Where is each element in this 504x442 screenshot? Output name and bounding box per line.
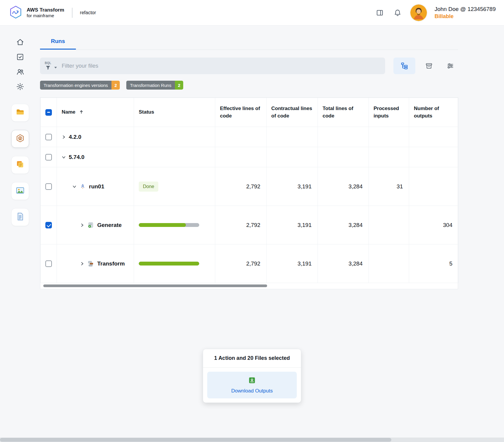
filter-language-selector[interactable]: BQL	[45, 61, 51, 71]
brand-divider	[72, 8, 72, 18]
transform-stack-icon	[87, 260, 94, 267]
row-checkbox[interactable]	[45, 260, 52, 267]
table-row-version-420: 4.2.0	[41, 127, 459, 147]
selection-action-panel: 1 Action and 20 Files selected Download …	[203, 349, 301, 403]
filter-chip-transformation-runs[interactable]: Transformation Runs 2	[126, 81, 183, 90]
tasks-checklist-icon[interactable]	[15, 52, 25, 62]
sliders-icon	[446, 62, 454, 70]
folder-icon	[16, 108, 25, 118]
filter-files-input[interactable]	[62, 63, 380, 69]
sidebar-app-files-folder[interactable]	[11, 104, 29, 122]
column-header-contractual: Contractual lines of code	[267, 98, 318, 127]
tree-view-button[interactable]	[393, 58, 415, 74]
progress-bar	[139, 262, 199, 265]
chevron-right-icon[interactable]	[80, 262, 84, 266]
table-row-version-5740: 5.74.0	[41, 147, 459, 167]
table-header-row: Name Status Effective lines of code Cont…	[41, 98, 459, 127]
document-icon	[16, 212, 25, 222]
download-outputs-button[interactable]: Download Outputs	[207, 372, 297, 398]
image-icon	[16, 186, 25, 196]
engine-hexagon-icon	[16, 134, 25, 144]
version-name: 5.74.0	[69, 154, 84, 160]
aws-transform-logo-icon	[9, 5, 23, 20]
home-icon[interactable]	[15, 37, 25, 47]
sidebar-app-assets[interactable]	[11, 182, 29, 200]
page-scrollbar-thumb[interactable]	[0, 438, 391, 442]
sidebar	[0, 26, 40, 289]
table-row-generate: Generate 2,792 3,191 3,284 304	[41, 206, 459, 244]
run-name: run01	[89, 183, 104, 190]
column-header-name: Name	[57, 98, 134, 127]
chevron-down-icon[interactable]	[62, 155, 66, 159]
generate-gear-icon	[87, 222, 94, 229]
user-avatar[interactable]	[410, 4, 427, 21]
tab-strip: Runs	[40, 36, 458, 50]
docs-panel-icon[interactable]	[375, 8, 385, 18]
user-name: John Doe @ 123456789	[435, 5, 496, 13]
app-subtitle: for mainframe	[27, 13, 64, 19]
chevron-right-icon[interactable]	[62, 135, 66, 139]
chip-count-badge: 2	[111, 81, 120, 90]
table-row-run01: run01 Done 2,792 3,191 3,284 31	[41, 167, 459, 206]
row-checkbox[interactable]	[45, 183, 52, 190]
chip-count-badge: 2	[175, 81, 183, 90]
column-header-effective: Effective lines of code	[215, 98, 267, 127]
row-checkbox-checked[interactable]	[45, 222, 52, 228]
column-header-total: Total lines of code	[318, 98, 369, 127]
sidebar-app-transform-engine[interactable]	[11, 130, 29, 148]
chevron-right-icon[interactable]	[80, 223, 84, 227]
runs-table-card: Name Status Effective lines of code Cont…	[40, 97, 458, 289]
app-title: AWS Transform	[27, 7, 64, 13]
archive-button[interactable]	[421, 58, 437, 74]
filter-language-tag: BQL	[45, 61, 51, 65]
row-checkbox[interactable]	[45, 134, 52, 140]
selection-summary: 1 Action and 20 Files selected	[203, 349, 301, 368]
funnel-icon	[45, 65, 51, 71]
tree-view-icon	[401, 62, 408, 70]
tab-runs[interactable]: Runs	[40, 36, 76, 50]
table-horizontal-scrollbar-thumb[interactable]	[43, 284, 267, 287]
page-horizontal-scrollbar[interactable]	[0, 438, 504, 442]
sort-ascending-icon[interactable]	[79, 110, 84, 114]
filter-caret-down-icon[interactable]	[54, 65, 58, 71]
notifications-bell-icon[interactable]	[393, 8, 403, 18]
brand-group: AWS Transform for mainframe refactor	[9, 5, 96, 20]
settings-gear-icon[interactable]	[15, 82, 25, 91]
step-name: Transform	[97, 260, 125, 267]
filter-bar: BQL	[40, 58, 385, 74]
applied-filters: Transformation engines versions 2 Transf…	[40, 81, 458, 90]
rocket-icon	[79, 183, 86, 190]
runs-table: Name Status Effective lines of code Cont…	[40, 98, 459, 283]
mode-label: refactor	[80, 10, 96, 15]
sidebar-app-documents[interactable]	[11, 208, 29, 226]
download-icon	[248, 376, 256, 385]
download-outputs-label: Download Outputs	[231, 388, 273, 394]
select-all-checkbox[interactable]	[45, 109, 52, 116]
billing-status: Billable	[435, 13, 496, 20]
filter-chip-engine-versions[interactable]: Transformation engines versions 2	[40, 81, 120, 90]
top-bar: AWS Transform for mainframe refactor	[0, 0, 504, 26]
main-content: Runs BQL	[40, 26, 504, 289]
status-badge-done: Done	[139, 182, 158, 192]
sidebar-app-notes[interactable]	[11, 156, 29, 174]
archive-icon	[425, 62, 433, 70]
chip-label: Transformation engines versions	[40, 81, 111, 90]
column-header-outputs: Number of outputs	[409, 98, 459, 127]
notes-icon	[16, 160, 25, 170]
row-checkbox[interactable]	[45, 154, 52, 160]
chevron-down-icon[interactable]	[72, 185, 76, 189]
column-header-status: Status	[134, 98, 215, 127]
chip-label: Transformation Runs	[126, 81, 175, 90]
step-name: Generate	[97, 222, 122, 228]
progress-bar	[139, 223, 199, 227]
version-name: 4.2.0	[69, 134, 81, 140]
users-icon[interactable]	[15, 67, 25, 77]
column-header-processed: Processed inputs	[369, 98, 409, 127]
table-settings-button[interactable]	[443, 58, 458, 74]
table-row-transform: Transform 2,792 3,191 3,284 5	[41, 244, 459, 283]
